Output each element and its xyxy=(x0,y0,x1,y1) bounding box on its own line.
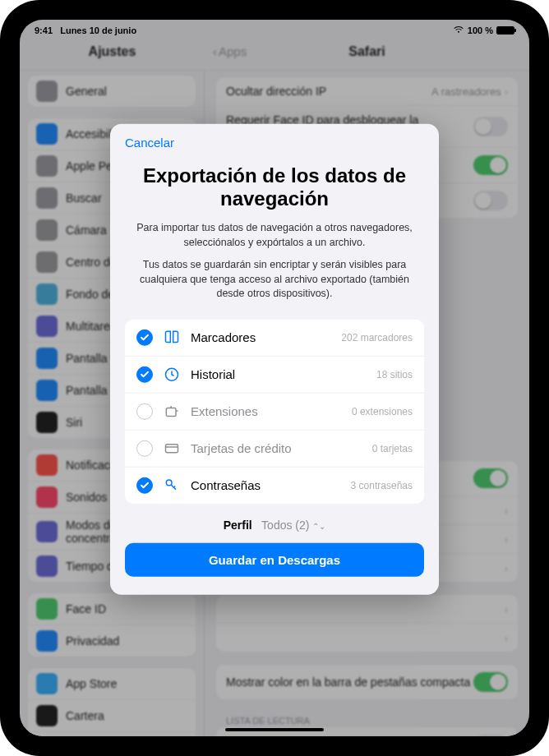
export-label: Historial xyxy=(191,367,367,381)
checkbox-checked-icon[interactable] xyxy=(136,477,153,493)
svg-rect-2 xyxy=(166,444,178,452)
export-count: 0 extensiones xyxy=(352,405,413,417)
export-options-list: Marcadores 202 marcadores Historial 18 s… xyxy=(125,319,424,503)
checkbox-unchecked-icon[interactable] xyxy=(136,440,153,456)
modal-title: Exportación de los datos de navegación xyxy=(125,164,424,210)
profile-value: Todos (2) ⌃⌄ xyxy=(261,518,325,531)
modal-description: Para importar tus datos de navegación a … xyxy=(125,221,424,250)
home-indicator[interactable] xyxy=(225,728,324,731)
screen: 9:41 Lunes 10 de junio 100 % Ajustes ‹ A… xyxy=(20,20,529,736)
clock-icon xyxy=(163,366,181,382)
export-cards-row[interactable]: Tarjetas de crédito 0 tarjetas xyxy=(125,430,424,467)
device-frame: 9:41 Lunes 10 de junio 100 % Ajustes ‹ A… xyxy=(0,0,549,756)
export-label: Extensiones xyxy=(191,404,342,418)
profile-key: Perfil xyxy=(224,518,252,531)
svg-rect-1 xyxy=(166,408,176,416)
checkbox-checked-icon[interactable] xyxy=(136,329,153,345)
checkbox-checked-icon[interactable] xyxy=(136,366,153,382)
export-count: 202 marcadores xyxy=(341,331,413,343)
modal-warning: Tus datos se guardarán sin encriptar y s… xyxy=(125,258,424,302)
save-button[interactable]: Guardar en Descargas xyxy=(125,542,424,576)
svg-point-3 xyxy=(166,480,172,486)
key-icon xyxy=(163,477,181,493)
book-icon xyxy=(163,329,181,345)
export-modal: Cancelar Exportación de los datos de nav… xyxy=(110,124,439,595)
export-bookmarks-row[interactable]: Marcadores 202 marcadores xyxy=(125,319,424,356)
checkbox-unchecked-icon[interactable] xyxy=(136,403,153,419)
cancel-button[interactable]: Cancelar xyxy=(125,136,424,150)
export-passwords-row[interactable]: Contraseñas 3 contraseñas xyxy=(125,467,424,503)
export-count: 3 contraseñas xyxy=(351,479,413,491)
export-count: 18 sitios xyxy=(376,368,413,380)
updown-icon: ⌃⌄ xyxy=(312,521,325,530)
export-label: Contraseñas xyxy=(191,478,341,492)
export-count: 0 tarjetas xyxy=(372,442,413,454)
profile-selector[interactable]: Perfil Todos (2) ⌃⌄ xyxy=(125,518,424,531)
puzzle-icon xyxy=(163,403,181,419)
export-label: Tarjetas de crédito xyxy=(191,441,362,455)
export-history-row[interactable]: Historial 18 sitios xyxy=(125,356,424,393)
export-label: Marcadores xyxy=(191,330,331,344)
credit-card-icon xyxy=(163,440,181,456)
export-extensions-row[interactable]: Extensiones 0 extensiones xyxy=(125,393,424,430)
